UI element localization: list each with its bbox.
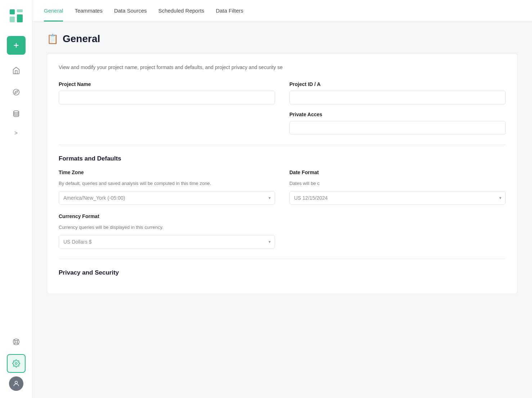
project-name-col: Project Name (59, 81, 275, 135)
tab-bar: General Teammates Data Sources Scheduled… (32, 0, 532, 22)
timezone-description: By default, queries and saved analysis w… (59, 180, 275, 187)
date-format-select[interactable]: US 12/15/2024 ISO 2024-12-15 EU 15/12/20… (289, 191, 506, 205)
currency-format-label: Currency Format (59, 213, 275, 219)
currency-format-description: Currency queries will be displayed in th… (59, 224, 275, 231)
project-info-row: Project Name Project ID / A Private Acce… (59, 81, 506, 135)
svg-point-8 (13, 111, 19, 113)
private-access-input[interactable] (289, 121, 506, 135)
project-id-label: Project ID / A (289, 81, 506, 87)
currency-format-field-group: Currency Format Currency queries will be… (59, 213, 275, 249)
app-logo (6, 6, 26, 27)
sidebar: > (0, 0, 32, 398)
tab-data-filters[interactable]: Data Filters (216, 0, 243, 22)
svg-rect-3 (17, 14, 23, 22)
sidebar-item-settings[interactable] (7, 354, 26, 373)
formats-section-title: Formats and Defaults (59, 155, 506, 162)
svg-point-15 (15, 362, 17, 365)
date-format-select-wrapper: US 12/15/2024 ISO 2024-12-15 EU 15/12/20… (289, 191, 506, 205)
timezone-field-group: Time Zone By default, queries and saved … (59, 169, 275, 205)
svg-rect-1 (10, 17, 15, 22)
settings-card: View and modify your project name, proje… (47, 53, 518, 294)
divider-1 (59, 145, 506, 145)
tab-general[interactable]: General (44, 0, 63, 22)
project-id-input[interactable] (289, 91, 506, 104)
privacy-section: Privacy and Security (59, 269, 506, 276)
svg-rect-0 (10, 9, 15, 14)
svg-marker-7 (15, 91, 18, 94)
privacy-section-title: Privacy and Security (59, 269, 506, 276)
svg-point-6 (13, 89, 19, 95)
currency-format-select[interactable]: US Dollars $ Euros € British Pounds £ Ja… (59, 235, 275, 249)
svg-point-16 (15, 381, 17, 384)
sidebar-item-databases[interactable] (7, 104, 26, 123)
page-content: 📋 General View and modify your project n… (32, 22, 532, 398)
sidebar-collapse-button[interactable]: > (7, 125, 26, 141)
page-title: General (63, 33, 100, 45)
sidebar-item-help[interactable] (7, 333, 26, 351)
page-header: 📋 General (47, 33, 518, 45)
timezone-select-wrapper: America/New_York (-05:00) America/Chicag… (59, 191, 275, 205)
formats-section: Formats and Defaults Time Zone By defaul… (59, 155, 506, 249)
svg-point-10 (15, 340, 17, 343)
user-avatar[interactable] (9, 376, 23, 391)
currency-format-select-wrapper: US Dollars $ Euros € British Pounds £ Ja… (59, 235, 275, 249)
svg-rect-2 (17, 9, 23, 12)
divider-2 (59, 259, 506, 259)
tab-data-sources[interactable]: Data Sources (114, 0, 147, 22)
project-name-label: Project Name (59, 81, 275, 87)
sidebar-item-home[interactable] (7, 61, 26, 80)
tab-scheduled-reports[interactable]: Scheduled Reports (158, 0, 204, 22)
private-access-label: Private Acces (289, 112, 506, 117)
card-description: View and modify your project name, proje… (59, 64, 506, 71)
add-new-button[interactable] (7, 36, 26, 55)
main-content: General Teammates Data Sources Scheduled… (32, 0, 532, 398)
date-format-label: Date Format (289, 169, 506, 175)
sidebar-item-explore[interactable] (7, 83, 26, 101)
formats-grid: Time Zone By default, queries and saved … (59, 169, 506, 249)
timezone-label: Time Zone (59, 169, 275, 175)
page-icon: 📋 (47, 33, 58, 45)
project-id-col: Project ID / A Private Acces (289, 81, 506, 135)
tab-teammates[interactable]: Teammates (75, 0, 103, 22)
date-format-description: Dates will be c (289, 180, 506, 187)
timezone-select[interactable]: America/New_York (-05:00) America/Chicag… (59, 191, 275, 205)
date-format-field-group: Date Format Dates will be c US 12/15/202… (289, 169, 506, 205)
project-name-input[interactable] (59, 91, 275, 104)
